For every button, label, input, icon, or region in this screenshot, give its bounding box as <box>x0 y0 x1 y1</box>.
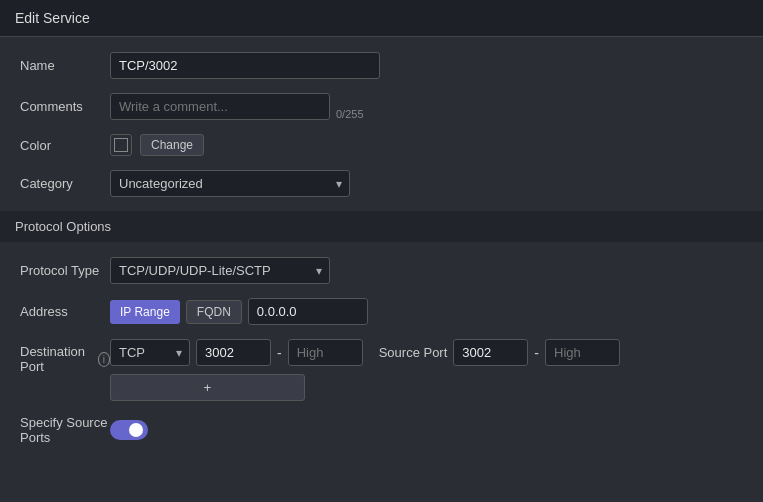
protocol-type-select[interactable]: TCP/UDP/UDP-Lite/SCTP TCP UDP ICMP <box>110 257 330 284</box>
protocol-type-select-wrapper: TCP/UDP/UDP-Lite/SCTP TCP UDP ICMP <box>110 257 330 284</box>
dest-port-inner: TCP UDP TCP/UDP - Source Port - <box>110 339 620 366</box>
source-port-low-input[interactable] <box>453 339 528 366</box>
category-row: Category Uncategorized Custom <box>20 170 743 197</box>
source-port-dash: - <box>534 345 539 361</box>
address-controls: IP Range FQDN <box>110 298 368 325</box>
destination-port-row: Destination Port i TCP UDP TCP/UDP - Sou… <box>20 339 743 401</box>
color-label: Color <box>20 138 110 153</box>
comments-label: Comments <box>20 99 110 114</box>
address-row: Address IP Range FQDN <box>20 298 743 325</box>
main-content: Name Comments 0/255 Color Change Categor… <box>0 37 763 460</box>
dest-port-label: Destination Port <box>20 344 94 374</box>
dest-port-dash: - <box>277 345 282 361</box>
specify-source-ports-toggle[interactable] <box>110 420 148 440</box>
char-count: 0/255 <box>336 108 364 120</box>
fqdn-button[interactable]: FQDN <box>186 300 242 324</box>
dest-port-container: TCP UDP TCP/UDP - Source Port - + <box>110 339 620 401</box>
dest-port-info-icon: i <box>98 352 110 367</box>
source-port-high-input[interactable] <box>545 339 620 366</box>
title-bar: Edit Service <box>0 0 763 37</box>
source-port-row: - <box>453 339 620 366</box>
source-port-label: Source Port <box>379 345 448 360</box>
dest-port-high-input[interactable] <box>288 339 363 366</box>
add-icon: + <box>204 380 212 395</box>
color-swatch[interactable] <box>110 134 132 156</box>
dest-port-protocol-wrapper: TCP UDP TCP/UDP <box>110 339 190 366</box>
address-label: Address <box>20 304 110 319</box>
category-select[interactable]: Uncategorized Custom <box>110 170 350 197</box>
comments-input[interactable] <box>110 93 330 120</box>
color-controls: Change <box>110 134 204 156</box>
category-label: Category <box>20 176 110 191</box>
comment-wrapper: 0/255 <box>110 93 364 120</box>
protocol-type-row: Protocol Type TCP/UDP/UDP-Lite/SCTP TCP … <box>20 257 743 284</box>
name-row: Name <box>20 52 743 79</box>
color-row: Color Change <box>20 134 743 156</box>
comments-row: Comments 0/255 <box>20 93 743 120</box>
toggle-slider <box>110 420 148 440</box>
ip-range-input[interactable] <box>248 298 368 325</box>
add-port-button[interactable]: + <box>110 374 305 401</box>
protocol-options-section-title: Protocol Options <box>0 211 763 242</box>
dest-port-low-input[interactable] <box>196 339 271 366</box>
dest-port-label-group: Destination Port i <box>20 339 110 374</box>
dest-port-protocol-select[interactable]: TCP UDP TCP/UDP <box>110 339 190 366</box>
name-input[interactable] <box>110 52 380 79</box>
specify-source-ports-row: Specify Source Ports <box>20 415 743 445</box>
ip-range-button[interactable]: IP Range <box>110 300 180 324</box>
color-swatch-inner <box>114 138 128 152</box>
protocol-type-label: Protocol Type <box>20 263 110 278</box>
name-label: Name <box>20 58 110 73</box>
dialog-title: Edit Service <box>15 10 90 26</box>
category-select-wrapper: Uncategorized Custom <box>110 170 350 197</box>
change-color-button[interactable]: Change <box>140 134 204 156</box>
specify-source-ports-label: Specify Source Ports <box>20 415 110 445</box>
